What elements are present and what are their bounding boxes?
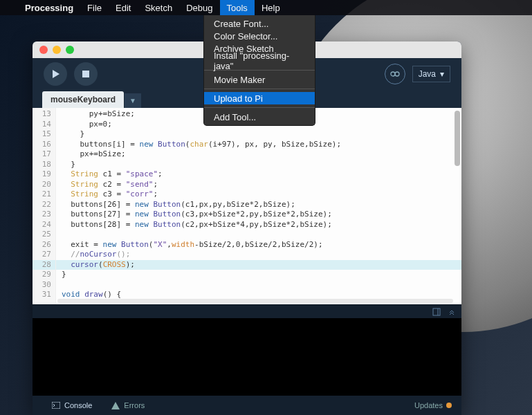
errors-tab-label: Errors <box>124 401 145 409</box>
menu-sketch[interactable]: Sketch <box>138 0 179 15</box>
svg-rect-6 <box>52 402 60 409</box>
updates-indicator-icon[interactable] <box>446 403 452 408</box>
console-expand-icon[interactable] <box>448 308 456 316</box>
stop-button[interactable] <box>74 62 98 86</box>
debug-icon[interactable] <box>385 64 405 84</box>
menu-color-selector[interactable]: Color Selector... <box>204 30 315 42</box>
svg-point-3 <box>395 72 399 76</box>
console-collapse-icon[interactable] <box>432 308 441 316</box>
menu-install-processing-java[interactable]: Install "processing-java" <box>204 55 315 67</box>
apple-menu[interactable] <box>8 0 18 15</box>
console-tab-label: Console <box>64 401 92 409</box>
code-area[interactable]: py+=bSize; px=0; } buttons[i] = new Butt… <box>56 108 461 304</box>
line-gutter: 13141516171819202122232425262728293031 <box>33 108 56 304</box>
chevron-down-icon: ▾ <box>440 69 444 79</box>
vertical-scrollbar[interactable] <box>455 111 460 166</box>
updates-label[interactable]: Updates <box>414 401 443 409</box>
svg-rect-1 <box>82 71 89 77</box>
tab-menu-button[interactable]: ▼ <box>125 93 141 108</box>
menu-add-tool[interactable]: Add Tool... <box>204 111 315 123</box>
code-editor[interactable]: 13141516171819202122232425262728293031 p… <box>33 108 461 304</box>
language-label: Java <box>419 69 436 79</box>
menu-separator <box>204 107 315 108</box>
menu-upload-to-pi[interactable]: Upload to Pi <box>204 92 315 104</box>
menu-debug[interactable]: Debug <box>179 0 219 15</box>
warning-icon <box>111 402 120 409</box>
errors-tab[interactable]: Errors <box>102 401 154 409</box>
run-button[interactable] <box>44 62 67 86</box>
console-output[interactable] <box>33 318 461 396</box>
svg-marker-7 <box>111 402 120 409</box>
tab-mousekeyboard[interactable]: mouseKeyboard <box>42 91 124 108</box>
menu-create-font[interactable]: Create Font... <box>204 17 315 30</box>
app-menu[interactable]: Processing <box>18 0 80 15</box>
menu-file[interactable]: File <box>80 0 109 15</box>
menu-separator <box>204 89 315 89</box>
horizontal-scrollbar[interactable] <box>57 299 453 303</box>
console-icon <box>52 402 60 409</box>
svg-rect-4 <box>433 308 440 315</box>
tools-dropdown: Create Font... Color Selector... Archive… <box>203 15 315 126</box>
menu-help[interactable]: Help <box>255 0 287 15</box>
svg-marker-0 <box>53 70 59 78</box>
menu-edit[interactable]: Edit <box>109 0 138 15</box>
menu-tools[interactable]: Tools <box>220 0 255 15</box>
macos-menubar: Processing File Edit Sketch Debug Tools … <box>0 0 532 15</box>
language-selector[interactable]: Java ▾ <box>412 66 450 82</box>
menu-movie-maker[interactable]: Movie Maker <box>204 73 315 86</box>
console-toolbar <box>33 304 461 318</box>
bottom-bar: Console Errors Updates <box>33 396 461 415</box>
console-tab[interactable]: Console <box>42 401 102 409</box>
svg-point-2 <box>391 72 395 76</box>
